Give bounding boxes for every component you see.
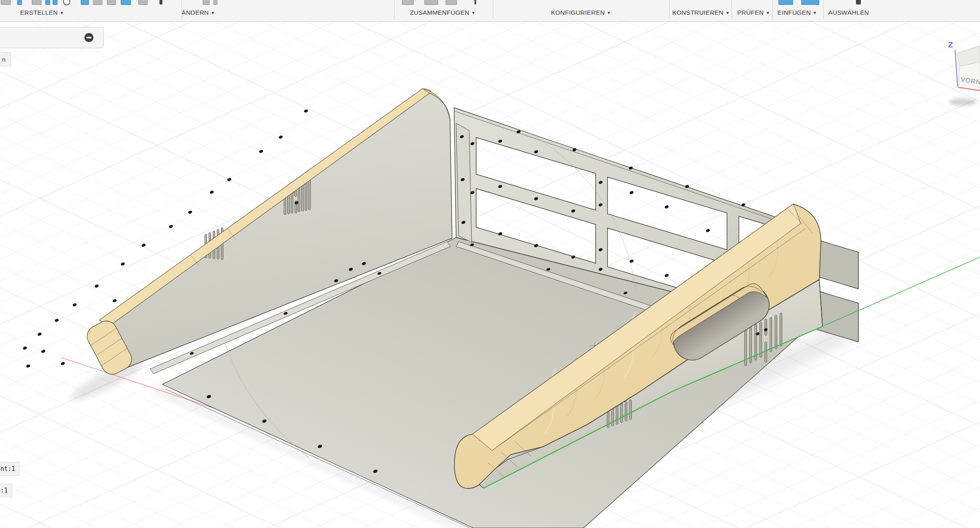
toolbar-command-icon[interactable]	[160, 0, 162, 4]
toolbar-group-prüfen[interactable]: PRÜFEN▼	[737, 9, 770, 16]
toolbar-group-label: AUSWÄHLEN	[828, 9, 869, 16]
toolbar-command-icon[interactable]	[17, 0, 22, 5]
chevron-down-icon: ▼	[766, 11, 770, 15]
chevron-down-icon: ▼	[607, 11, 611, 15]
toolbar-command-icon[interactable]	[107, 0, 116, 5]
toolbar-group-erstellen[interactable]: ERSTELLEN▼	[20, 9, 64, 16]
browser-item-component-1[interactable]: nt:1	[0, 462, 20, 476]
toolbar-command-icon[interactable]	[856, 0, 861, 4]
toolbar-command-icon[interactable]	[53, 0, 58, 5]
toolbar-command-icon[interactable]	[402, 0, 414, 5]
toolbar-command-icon[interactable]	[778, 0, 793, 5]
toolbar-divider	[394, 0, 395, 19]
toolbar-group-einfügen[interactable]: EINFÜGEN▼	[778, 9, 817, 16]
toolbar-command-icon[interactable]	[474, 0, 476, 4]
toolbar-command-icon[interactable]	[1, 0, 11, 5]
toolbar-divider	[732, 0, 732, 19]
view-cube[interactable]: Z VORNE	[948, 40, 980, 106]
toolbar-command-icon[interactable]	[801, 0, 819, 5]
view-cube-shadow	[949, 98, 977, 106]
toolbar-group-label: EINFÜGEN	[778, 9, 811, 16]
toolbar-divider	[772, 0, 773, 19]
toolbar-command-icon[interactable]	[45, 0, 50, 5]
toolbar-divider	[493, 0, 493, 19]
browser-item-component-2[interactable]: :1	[0, 484, 12, 497]
toolbar-command-icon[interactable]	[203, 0, 210, 5]
toolbar-divider	[669, 0, 670, 19]
browser-header-panel[interactable]	[0, 27, 104, 48]
toolbar-command-icon[interactable]	[63, 0, 70, 5]
toolbar-command-icon[interactable]	[32, 0, 42, 5]
toolbar-group-konstruieren[interactable]: KONSTRUIEREN▼	[672, 9, 730, 16]
toolbar-command-icon[interactable]	[121, 0, 131, 5]
toolbar-command-icon[interactable]	[424, 0, 438, 5]
toolbar-group-konfigurieren[interactable]: KONFIGURIEREN▼	[551, 9, 611, 16]
toolbar-group-label: KONFIGURIEREN	[551, 9, 605, 16]
chevron-down-icon: ▼	[725, 11, 729, 15]
toolbar-group-label: ERSTELLEN	[20, 9, 58, 16]
toolbar-command-icon[interactable]	[138, 0, 148, 5]
z-axis-label: Z	[948, 40, 953, 49]
toolbar-divider	[182, 0, 182, 19]
toolbar-command-icon[interactable]	[213, 0, 217, 5]
fusion360-window: Z VORNE ERSTELLEN▼ÄNDERN▼ZUSAMMENFÜGEN▼K…	[0, 0, 980, 528]
chevron-down-icon: ▼	[813, 11, 817, 15]
toolbar-command-icon[interactable]	[81, 0, 89, 5]
main-toolbar: ERSTELLEN▼ÄNDERN▼ZUSAMMENFÜGEN▼KONFIGURI…	[0, 0, 980, 22]
toolbar-group-auswählen[interactable]: AUSWÄHLEN	[828, 9, 869, 16]
toolbar-group-label: KONSTRUIEREN	[672, 9, 724, 16]
chevron-down-icon: ▼	[60, 11, 64, 15]
toolbar-command-icon[interactable]	[446, 0, 457, 5]
viewport-canvas[interactable]: Z VORNE	[0, 0, 980, 528]
minus-icon[interactable]	[84, 33, 93, 42]
toolbar-group-label: ÄNDERN	[182, 9, 209, 16]
chevron-down-icon: ▼	[211, 11, 215, 15]
browser-item-truncated[interactable]: n	[0, 52, 11, 67]
toolbar-group-label: PRÜFEN	[737, 9, 764, 16]
toolbar-command-icon[interactable]	[93, 0, 102, 5]
toolbar-group-zusammenfügen[interactable]: ZUSAMMENFÜGEN▼	[410, 9, 476, 16]
toolbar-group-ändern[interactable]: ÄNDERN▼	[182, 9, 215, 16]
toolbar-group-label: ZUSAMMENFÜGEN	[410, 9, 470, 16]
back-panel-flange[interactable]	[456, 123, 472, 242]
chevron-down-icon: ▼	[471, 11, 475, 15]
toolbar-divider	[823, 0, 824, 19]
